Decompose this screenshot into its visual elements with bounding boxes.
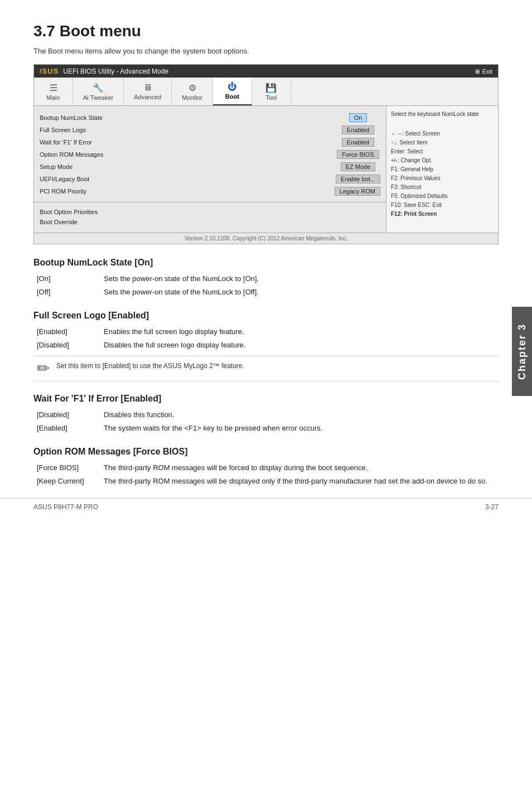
bios-row-numlock[interactable]: Bootup NumLock State On xyxy=(34,112,386,124)
shortcut-f5: F5: Optimized Defaults xyxy=(391,192,494,201)
table-row: [Keep Current] The third-party ROM messa… xyxy=(33,475,499,488)
bios-row-optionrom[interactable]: Option ROM Messages Force BIOS xyxy=(34,148,386,161)
shortcut-enter: Enter: Select xyxy=(391,147,494,156)
nav-advanced[interactable]: 🖥 Advanced xyxy=(124,78,172,105)
main-icon: ☰ xyxy=(50,83,57,93)
bios-row-pcipriority[interactable]: PCI ROM Priority Legacy ROM xyxy=(34,185,386,197)
waitf1-enabled-desc: The system waits for the <F1> key to be … xyxy=(100,422,499,435)
table-row: [On] Sets the power-on state of the NumL… xyxy=(33,272,499,286)
numlock-on-desc: Sets the power-on state of the NumLock t… xyxy=(100,272,499,286)
page-footer: ASUS P8H77-M PRO 3-27 xyxy=(0,498,532,511)
table-row: [Force BIOS] The third-party ROM message… xyxy=(33,461,499,475)
waitf1-value: Enabled xyxy=(336,138,380,147)
bios-row-uefilegacy[interactable]: UEFI/Legacy Boot Enable bot... xyxy=(34,173,386,185)
forcebios-key: [Force BIOS] xyxy=(33,461,100,475)
shortcut-f12: F12: Print Screen xyxy=(391,210,494,219)
nav-advanced-label: Advanced xyxy=(134,94,161,100)
nav-tool[interactable]: 💾 Tool xyxy=(252,78,291,105)
note-fullscreen-text: Set this item to [Enabled] to use the AS… xyxy=(56,361,244,371)
footer-left: ASUS P8H77-M PRO xyxy=(33,503,98,511)
asus-logo: /SUS xyxy=(40,67,59,75)
bios-titlebar: /SUS UEFI BIOS Utility - Advanced Mode 🖥… xyxy=(34,65,498,78)
fullscreen-value: Enabled xyxy=(336,125,380,134)
bootoption-label: Boot Option Priorities xyxy=(40,209,336,215)
waitf1-label: Wait for 'F1' If Error xyxy=(40,139,336,146)
waitf1-table: [Disabled] Disables this function. [Enab… xyxy=(33,408,499,434)
bios-ui-box: /SUS UEFI BIOS Utility - Advanced Mode 🖥… xyxy=(33,64,499,244)
table-row: [Enabled] The system waits for the <F1> … xyxy=(33,422,499,435)
shortcut-f1: F1: General Help xyxy=(391,165,494,174)
numlock-label: Bootup NumLock State xyxy=(40,114,336,121)
footer-right: 3-27 xyxy=(485,503,499,511)
shortcut-f10: F10: Save ESC: Exit xyxy=(391,201,494,210)
table-row: [Off] Sets the power-on state of the Num… xyxy=(33,286,499,299)
bios-title: UEFI BIOS Utility - Advanced Mode xyxy=(63,67,168,75)
section-waitf1: Wait For 'F1' If Error [Enabled] [Disabl… xyxy=(33,394,499,434)
setupmode-label: Setup Mode xyxy=(40,163,336,170)
page-title: 3.7 Boot menu xyxy=(33,22,499,40)
fullscreen-enabled-desc: Enables the full screen logo display fea… xyxy=(100,325,499,339)
tool-icon: 💾 xyxy=(265,83,277,93)
numlock-table: [On] Sets the power-on state of the NumL… xyxy=(33,272,499,298)
nav-main[interactable]: ☰ Main xyxy=(34,78,73,105)
chapter-label: Chapter 3 xyxy=(516,323,528,379)
bios-row-bootoption[interactable]: Boot Option Priorities xyxy=(34,207,386,217)
bootoverride-label: Boot Override xyxy=(40,219,336,225)
shortcut-plusminus: +/-: Change Opt. xyxy=(391,156,494,165)
section-fullscreen: Full Screen Logo [Enabled] [Enabled] Ena… xyxy=(33,311,499,381)
monitor-icon: 🖥 xyxy=(474,68,480,75)
bios-exit-area[interactable]: 🖥 Exit xyxy=(474,68,492,75)
nav-tool-label: Tool xyxy=(265,94,277,101)
section-numlock-title: Bootup NumLock State [On] xyxy=(33,258,499,268)
nav-ai-tweaker[interactable]: 🔧 Ai Tweaker xyxy=(73,78,124,105)
shortcut-updown: ↑↓: Select Item xyxy=(391,138,494,147)
numlock-value: On xyxy=(336,113,380,122)
nav-boot-label: Boot xyxy=(225,93,239,100)
section-waitf1-title: Wait For 'F1' If Error [Enabled] xyxy=(33,394,499,404)
shortcut-f3: F3: Shortcut xyxy=(391,183,494,192)
bios-footer: Version 2.10.1208. Copyright (C) 2012 Am… xyxy=(34,233,498,244)
pcipriority-value: Legacy ROM xyxy=(335,187,380,196)
keepcurrent-key: [Keep Current] xyxy=(33,475,100,488)
bios-row-waitf1[interactable]: Wait for 'F1' If Error Enabled xyxy=(34,136,386,148)
bios-titlebar-left: /SUS UEFI BIOS Utility - Advanced Mode xyxy=(40,67,168,75)
monitor-nav-icon: ⚙ xyxy=(188,83,196,93)
fullscreen-enabled-key: [Enabled] xyxy=(33,325,100,339)
boot-icon: ⏻ xyxy=(228,82,236,92)
shortcut-f2: F2: Previous Values xyxy=(391,174,494,183)
note-fullscreen: ✏ Set this item to [Enabled] to use the … xyxy=(33,356,499,381)
bios-content: Bootup NumLock State On Full Screen Logo… xyxy=(34,106,498,233)
exit-label[interactable]: Exit xyxy=(482,68,492,75)
bios-row-fullscreen[interactable]: Full Screen Logo Enabled xyxy=(34,124,386,136)
fullscreen-label: Full Screen Logo xyxy=(40,127,336,133)
bios-main-panel: Bootup NumLock State On Full Screen Logo… xyxy=(34,106,386,233)
note-pencil-icon: ✏ xyxy=(37,361,50,376)
uefilegacy-label: UEFI/Legacy Boot xyxy=(40,176,336,182)
optionrom-table: [Force BIOS] The third-party ROM message… xyxy=(33,461,499,487)
intro-text: The Boot menu items allow you to change … xyxy=(33,47,499,55)
numlock-off-key: [Off] xyxy=(33,286,100,299)
setupmode-value: EZ Mode xyxy=(336,162,380,171)
nav-monitor[interactable]: ⚙ Monitor xyxy=(172,78,213,105)
fullscreen-disabled-desc: Disables the full screen logo display fe… xyxy=(100,339,499,352)
nav-main-label: Main xyxy=(47,94,60,101)
table-row: [Enabled] Enables the full screen logo d… xyxy=(33,325,499,339)
uefilegacy-value: Enable bot... xyxy=(336,175,380,183)
waitf1-enabled-key: [Enabled] xyxy=(33,422,100,435)
bios-shortcuts: ←→: Select Screen ↑↓: Select Item Enter:… xyxy=(391,129,494,219)
forcebios-desc: The third-party ROM messages will be for… xyxy=(100,461,499,475)
waitf1-disabled-desc: Disables this function. xyxy=(100,408,499,422)
bios-help-text: Select the keyboard NumLock state xyxy=(391,110,494,118)
section-fullscreen-title: Full Screen Logo [Enabled] xyxy=(33,311,499,321)
nav-boot[interactable]: ⏻ Boot xyxy=(213,78,252,105)
numlock-on-key: [On] xyxy=(33,272,100,286)
shortcut-arrows: ←→: Select Screen xyxy=(391,129,494,138)
ai-tweaker-icon: 🔧 xyxy=(93,83,104,93)
bios-row-setupmode[interactable]: Setup Mode EZ Mode xyxy=(34,161,386,173)
optionrom-value: Force BIOS xyxy=(336,150,380,159)
fullscreen-disabled-key: [Disabled] xyxy=(33,339,100,352)
fullscreen-table: [Enabled] Enables the full screen logo d… xyxy=(33,325,499,351)
advanced-icon: 🖥 xyxy=(143,83,152,93)
bios-row-bootoverride[interactable]: Boot Override xyxy=(34,217,386,227)
nav-monitor-label: Monitor xyxy=(182,94,202,101)
